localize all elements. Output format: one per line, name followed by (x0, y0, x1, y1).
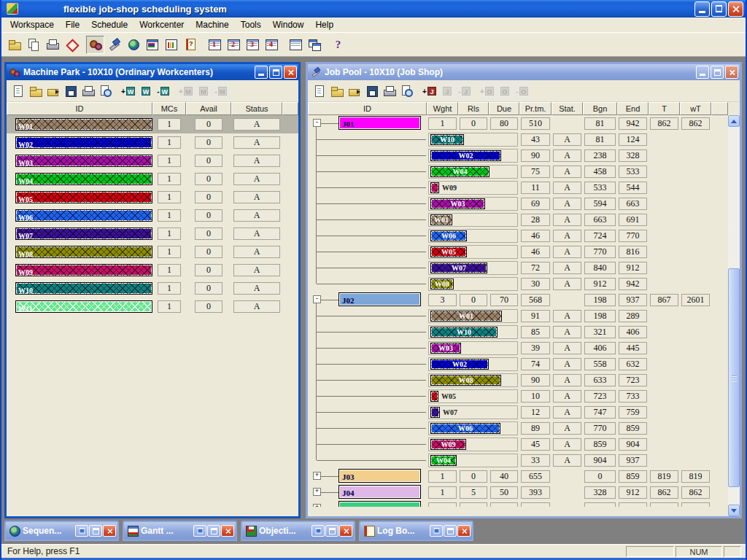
log-book-button[interactable] (181, 36, 199, 54)
minimized-window-sequence[interactable]: Sequen... (4, 521, 119, 541)
close-button[interactable] (728, 1, 743, 17)
add-job-button[interactable]: +J (421, 82, 438, 99)
operation-row[interactable]: W1043A81124 (308, 131, 728, 147)
column-id[interactable]: ID (308, 102, 427, 115)
operation-row[interactable]: W1085A321406 (308, 324, 728, 340)
operation-row[interactable]: W0369A594663 (308, 195, 728, 211)
operation-bar[interactable]: W10 (430, 327, 498, 338)
table-view-1-button[interactable]: 1 (205, 36, 223, 54)
menu-tools[interactable]: Tools (235, 18, 267, 31)
job-row[interactable]: -J02 30705681989378672601 (308, 292, 728, 308)
operation-row[interactable]: W0890A633723 (308, 372, 728, 388)
machine-row[interactable]: W0310A (7, 152, 298, 170)
operation-row[interactable]: W0712A747759 (308, 404, 728, 420)
menu-file[interactable]: File (60, 18, 85, 31)
new-button[interactable] (311, 82, 328, 99)
expand-toggle[interactable]: + (313, 488, 321, 496)
operation-bar[interactable]: W07 (430, 407, 440, 418)
main-title-bar[interactable]: flexible job-shop scheduling system (1, 0, 746, 18)
operation-bar[interactable]: W10 (430, 134, 464, 145)
gantt-button[interactable] (143, 36, 161, 54)
operation-bar[interactable]: W06 (430, 230, 467, 241)
job-row[interactable]: +J04 1550393328912862862 (308, 484, 728, 500)
open-button[interactable] (27, 82, 44, 99)
job-bar[interactable] (338, 501, 421, 507)
cut-button[interactable] (62, 36, 80, 54)
job-row[interactable]: +J03 10406550859819819 (308, 468, 728, 484)
close-button[interactable] (284, 66, 297, 79)
machine-park-title-bar[interactable]: Machine Park - 10X10 (Ordinary Workcente… (7, 64, 298, 80)
operation-bar[interactable]: W08 (430, 279, 454, 289)
table-grid-button[interactable] (286, 36, 304, 54)
expand-toggle[interactable]: + (313, 504, 321, 507)
minimized-window-logbook[interactable]: Log Bo... (359, 521, 473, 541)
machine-row[interactable]: W0610A (7, 206, 298, 225)
operation-row[interactable]: W0290A238328 (308, 147, 728, 163)
restore-button[interactable] (711, 1, 727, 17)
close-button[interactable] (221, 525, 234, 537)
column-wt[interactable]: wT (680, 102, 711, 115)
minimize-button[interactable] (696, 66, 709, 79)
machine-row[interactable]: W0410A (7, 170, 298, 188)
operation-bar[interactable]: W09 (430, 182, 439, 193)
column-bgn[interactable]: Bgn (583, 102, 617, 115)
column-prtm[interactable]: Pr.tm. (519, 102, 551, 115)
restore-button[interactable] (193, 525, 206, 537)
operation-bar[interactable]: W03 (430, 343, 461, 354)
job-bar[interactable]: J01 (338, 116, 421, 130)
operation-bar[interactable]: W04 (430, 455, 457, 466)
menu-workspace[interactable]: Workspace (4, 18, 60, 31)
table-view-2-button[interactable]: 2 (224, 36, 242, 54)
minimized-window-gantt[interactable]: Gantt ... (123, 521, 237, 541)
operation-bar[interactable]: W05 (430, 246, 467, 257)
close-button[interactable] (103, 525, 116, 537)
print-button[interactable] (381, 82, 398, 99)
operation-bar[interactable]: W01 (430, 214, 452, 225)
table-view-3-button[interactable]: 3 (243, 36, 261, 54)
help-button[interactable]: ? (329, 36, 347, 54)
menu-help[interactable]: Help (309, 18, 339, 31)
close-button[interactable] (725, 66, 738, 79)
expand-toggle[interactable]: - (313, 295, 321, 303)
operation-row[interactable]: W0510A723733 (308, 388, 728, 404)
maximize-button[interactable] (89, 525, 102, 537)
job-bar[interactable]: J02 (338, 292, 421, 306)
operation-row[interactable]: W0945A859904 (308, 436, 728, 452)
operation-bar[interactable]: W07 (430, 262, 487, 273)
objectives-button[interactable] (162, 36, 180, 54)
column-id[interactable]: ID (7, 102, 152, 115)
operation-bar[interactable]: W01 (430, 311, 502, 322)
restore-button[interactable] (311, 525, 325, 537)
maximize-button[interactable] (711, 66, 724, 79)
column-mcs[interactable]: MCs (152, 102, 186, 115)
operation-bar[interactable]: W04 (430, 166, 489, 177)
operation-bar[interactable]: W02 (430, 359, 489, 370)
scrollbar-thumb[interactable] (728, 268, 740, 487)
open-workspace-button[interactable] (5, 36, 23, 54)
job-row[interactable]: + (308, 500, 728, 507)
close-button[interactable] (457, 525, 471, 537)
job-bar[interactable]: J04 (338, 485, 421, 499)
operation-row[interactable]: W0772A840912 (308, 260, 728, 276)
minimized-window-objectives[interactable]: Objecti... (241, 521, 355, 541)
operation-bar[interactable]: W09 (430, 439, 466, 450)
save-button[interactable] (62, 82, 79, 99)
expand-toggle[interactable]: - (313, 119, 321, 127)
machine-row[interactable]: W1110A (7, 298, 298, 316)
operation-bar[interactable]: W06 (430, 423, 500, 434)
remove-workcenter-button[interactable]: -W (155, 82, 171, 99)
operation-row[interactable]: W0646A724770 (308, 228, 728, 244)
job-row[interactable]: -J01 108051081942862862 (308, 115, 728, 131)
sequence-button[interactable] (124, 36, 142, 54)
column-wght[interactable]: Wght (427, 102, 458, 115)
maximize-button[interactable] (444, 525, 457, 537)
operation-row[interactable]: W0339A406445 (308, 340, 728, 356)
scroll-up-button[interactable] (728, 115, 740, 127)
column-rls[interactable]: Rls (458, 102, 489, 115)
new-button[interactable] (9, 82, 26, 99)
import-button[interactable] (44, 82, 61, 99)
operation-row[interactable]: W0433A904937 (308, 452, 728, 468)
column-avail[interactable]: Avail (186, 102, 231, 115)
operation-bar[interactable]: W08 (430, 375, 501, 386)
maximize-button[interactable] (207, 525, 220, 537)
